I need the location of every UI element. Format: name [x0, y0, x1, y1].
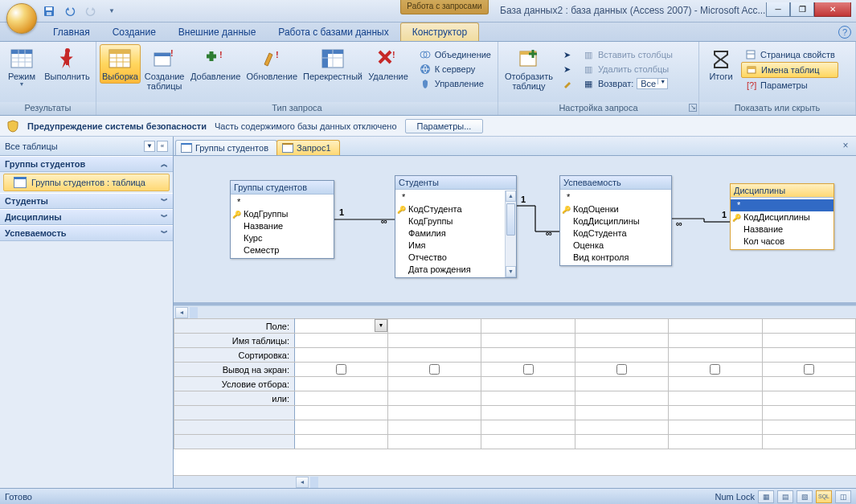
nav-collapse-icon[interactable]: « — [157, 141, 168, 152]
scroll-left-icon[interactable]: ◄ — [175, 307, 188, 318]
field-row[interactable]: * — [231, 196, 334, 208]
field-row[interactable]: 🔑КодОценки — [560, 203, 671, 215]
field-row[interactable]: Отчество — [395, 252, 505, 264]
query-design-surface[interactable]: 1 ∞ 1 ∞ ∞ 1 Группы студентов*🔑КодГруп — [174, 156, 856, 305]
run-button[interactable]: Выполнить — [42, 44, 92, 84]
field-cell[interactable]: ▼ — [295, 319, 388, 334]
field-row[interactable]: КодГруппы — [395, 215, 505, 227]
datadef-button[interactable]: Управление — [416, 76, 494, 91]
return-combo[interactable]: Все▼ — [637, 78, 668, 89]
qat-redo-icon[interactable] — [82, 2, 100, 20]
field-list-t4[interactable]: Дисциплины*🔑КодДисциплиныНазваниеКол час… — [730, 183, 834, 250]
property-sheet-button[interactable]: Страница свойств — [741, 47, 838, 62]
close-button[interactable]: ✕ — [814, 2, 851, 17]
nav-filter-dropdown-icon[interactable]: ▼ — [144, 141, 155, 152]
tab-home[interactable]: Главная — [42, 23, 101, 41]
nav-item-groups-table[interactable]: Группы студентов : таблица — [3, 174, 170, 191]
field-row[interactable]: Название — [731, 223, 833, 236]
scrollbar[interactable]: ▲▼ — [505, 191, 516, 277]
crosstab-button[interactable]: Перекрестный — [301, 44, 365, 84]
help-icon[interactable]: ? — [838, 26, 851, 39]
field-row[interactable]: Кол часов — [731, 236, 833, 248]
field-row[interactable]: * — [395, 191, 505, 203]
field-row[interactable]: Имя — [395, 240, 505, 252]
field-row[interactable]: КодДисциплины — [560, 215, 671, 227]
insert-rows-button[interactable]: ➤ — [558, 47, 577, 62]
tab-design[interactable]: Конструктор — [400, 23, 479, 41]
minimize-button[interactable]: ─ — [766, 2, 790, 17]
sort-cell[interactable] — [295, 348, 388, 363]
passthrough-button[interactable]: К серверу — [416, 62, 494, 76]
field-row[interactable]: 🔑КодДисциплины — [731, 211, 833, 223]
view-mode-button[interactable]: Режим ▼ — [3, 44, 40, 90]
table-cell[interactable] — [295, 334, 388, 348]
field-row[interactable]: Вид контроля — [560, 252, 671, 264]
update-button[interactable]: ! Обновление — [244, 44, 300, 84]
nav-cat-students[interactable]: Студенты︾ — [0, 193, 173, 209]
field-list-t3[interactable]: Успеваемость*🔑КодОценкиКодДисциплиныКодС… — [559, 175, 672, 266]
parameters-button[interactable]: [?]Параметры — [741, 78, 838, 92]
delete-rows-button[interactable]: ➤ — [558, 62, 577, 76]
table-names-button[interactable]: Имена таблиц — [741, 62, 838, 78]
field-row[interactable]: * — [731, 199, 833, 211]
field-list-t1[interactable]: Группы студентов*🔑КодГруппыНазваниеКурсС… — [230, 180, 334, 259]
tab-database-tools[interactable]: Работа с базами данных — [267, 23, 399, 41]
criteria-cell[interactable] — [295, 377, 388, 391]
maximize-button[interactable]: ❐ — [790, 2, 814, 17]
or-cell[interactable] — [295, 391, 388, 406]
security-options-button[interactable]: Параметры... — [405, 119, 484, 133]
doc-tab-query1[interactable]: Запрос1 — [276, 140, 340, 155]
field-row[interactable]: * — [560, 191, 671, 203]
delete-query-button[interactable]: ! Удаление — [366, 44, 410, 84]
field-list-title[interactable]: Успеваемость — [560, 176, 671, 190]
qat-customize-icon[interactable]: ▼ — [103, 2, 121, 20]
delete-columns-button[interactable]: ▥Удалить столбцы — [579, 62, 676, 76]
qbe-grid[interactable]: Поле:▼ Имя таблицы: Сортировка: Вывод на… — [174, 318, 856, 488]
field-row[interactable]: Оценка — [560, 240, 671, 252]
view-datasheet-icon[interactable]: ▦ — [758, 490, 774, 503]
field-row[interactable]: Название — [231, 220, 334, 232]
field-row[interactable]: Дата рождения — [395, 264, 505, 276]
qat-undo-icon[interactable] — [61, 2, 79, 20]
grid-hscroll[interactable]: ◄ — [174, 475, 856, 488]
union-button[interactable]: Объединение — [416, 47, 494, 62]
nav-cat-disciplines[interactable]: Дисциплины︾ — [0, 209, 173, 225]
field-list-title[interactable]: Группы студентов — [231, 181, 334, 195]
tab-create[interactable]: Создание — [101, 23, 167, 41]
nav-cat-groups[interactable]: Группы студентов︽ — [0, 156, 173, 172]
doc-close-icon[interactable]: × — [840, 140, 851, 151]
select-query-button[interactable]: Выборка — [100, 44, 141, 84]
doc-tab-groups[interactable]: Группы студентов — [175, 140, 277, 155]
scroll-left-icon[interactable]: ◄ — [296, 477, 309, 488]
field-row[interactable]: Курс — [231, 232, 334, 244]
nav-header[interactable]: Все таблицы ▼« — [0, 137, 173, 156]
totals-button[interactable]: Итоги — [702, 44, 739, 84]
view-design-icon[interactable]: ◫ — [835, 490, 851, 503]
qat-save-icon[interactable] — [40, 2, 58, 20]
tables-hscroll[interactable]: ◄ — [174, 305, 856, 318]
field-row[interactable]: Фамилия — [395, 227, 505, 240]
view-pivotchart-icon[interactable]: ▧ — [797, 490, 813, 503]
field-row[interactable]: 🔑КодГруппы — [231, 208, 334, 220]
group-setup-dialog-icon[interactable]: ↘ — [689, 104, 697, 112]
insert-columns-button[interactable]: ▥Вставить столбцы — [579, 47, 676, 62]
show-table-button[interactable]: Отобразить таблицу — [502, 44, 556, 93]
tab-external-data[interactable]: Внешние данные — [167, 23, 268, 41]
office-button[interactable] — [6, 3, 37, 34]
field-row[interactable]: КодСтудента — [560, 227, 671, 240]
field-row[interactable]: 🔑КодСтудента — [395, 203, 505, 215]
show-cell[interactable] — [295, 363, 388, 377]
view-pivot-icon[interactable]: ▤ — [777, 490, 793, 503]
builder-button[interactable] — [558, 76, 577, 91]
dropdown-icon[interactable]: ▼ — [375, 319, 387, 332]
view-sql-icon[interactable]: SQL — [816, 490, 832, 503]
nav-cat-progress[interactable]: Успеваемость︾ — [0, 225, 173, 241]
field-list-title[interactable]: Студенты — [395, 176, 516, 190]
field-list-t2[interactable]: Студенты*🔑КодСтудентаКодГруппыФамилияИмя… — [395, 175, 517, 278]
field-row[interactable]: Семестр — [231, 244, 334, 256]
return-rows-control[interactable]: ▦Возврат: Все▼ — [579, 76, 676, 91]
show-checkbox[interactable] — [336, 364, 346, 375]
field-list-title[interactable]: Дисциплины — [731, 184, 833, 198]
append-button[interactable]: ! Добавление — [188, 44, 243, 84]
make-table-button[interactable]: ! Создание таблицы — [142, 44, 186, 93]
